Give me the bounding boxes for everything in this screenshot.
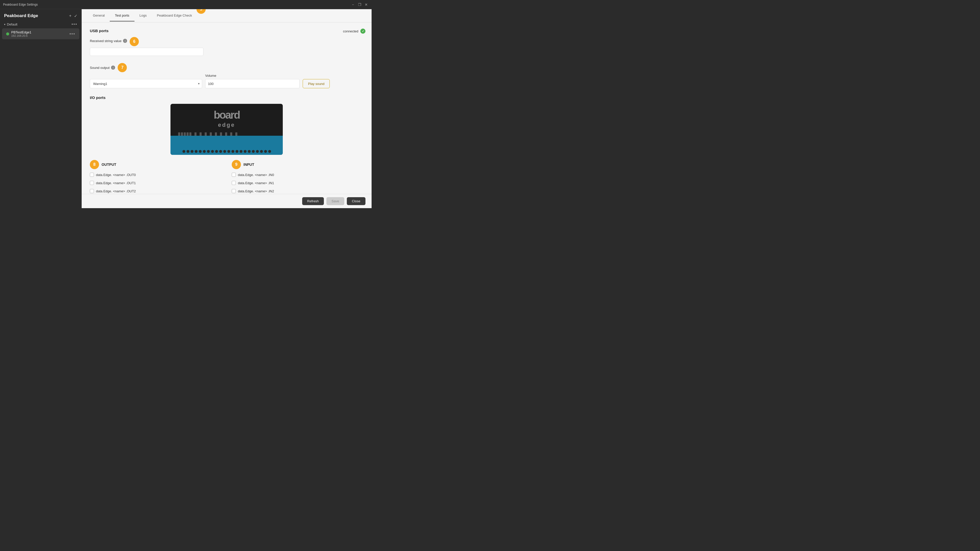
io-input-checkbox-1[interactable] [232, 181, 236, 185]
step-9-badge: 9 [232, 160, 241, 169]
sound-output-row: Warning1 Warning2 Alarm1 Alarm2 ▾ Volume [90, 74, 363, 88]
tabs-container: 5 General Test ports Logs Peakboard Edge… [82, 9, 372, 22]
sidebar-item-left: PBTestEdge1 192.168.20.6 [6, 30, 32, 37]
io-input-label-0: data.Edge. <name> .IN0 [238, 173, 274, 177]
device-menu-button[interactable]: ••• [69, 32, 75, 36]
close-button[interactable]: Close [347, 197, 366, 205]
window-controls: − ❐ ✕ [351, 2, 369, 7]
io-connector-dots [173, 150, 280, 153]
io-sub-text: edge [218, 122, 235, 128]
io-input-checkbox-2[interactable] [232, 189, 236, 193]
io-output-column: 8 OUTPUT data.Edge. <name> .OUT0 data.Ed… [90, 160, 221, 194]
step-7-badge: 7 [118, 63, 127, 72]
io-input-item-2: data.Edge. <name> .IN2 [232, 189, 363, 193]
received-string-input[interactable] [90, 48, 204, 56]
io-output-checkbox-0[interactable] [90, 173, 94, 177]
sound-output-info-icon[interactable]: i [111, 65, 115, 70]
connected-indicator [360, 29, 366, 34]
connection-status: connected [343, 29, 366, 34]
tab-logs[interactable]: Logs [135, 10, 152, 21]
io-output-item-0: data.Edge. <name> .OUT0 [90, 173, 221, 177]
main-layout: Peakboard Edge + ✓ ▾ Default ••• PBTestE… [0, 9, 372, 208]
step-6-badge: 6 [130, 37, 139, 46]
io-input-label-2: data.Edge. <name> .IN2 [238, 189, 274, 193]
restore-button[interactable]: ❐ [357, 2, 362, 7]
io-diagram: board edge [170, 104, 283, 155]
io-output-title: 8 OUTPUT [90, 160, 221, 169]
window-title: Peakboard Edge Settings [3, 3, 38, 6]
volume-label: Volume [205, 74, 300, 78]
io-input-title: 9 INPUT [232, 160, 363, 169]
play-sound-button[interactable]: Play sound [303, 79, 330, 88]
tab-peakboard-edge-check[interactable]: Peakboard Edge Check [152, 10, 197, 21]
content-area: 5 General Test ports Logs Peakboard Edge… [82, 9, 372, 208]
io-brand-text: board [213, 109, 240, 121]
sidebar-group-menu-button[interactable]: ••• [72, 22, 77, 27]
tab-general[interactable]: General [88, 10, 110, 21]
io-output-checkbox-1[interactable] [90, 181, 94, 185]
tabs-bar: General Test ports Logs Peakboard Edge C… [82, 9, 372, 22]
io-input-label-1: data.Edge. <name> .IN1 [238, 181, 274, 185]
io-ports-title: I/O ports [90, 95, 363, 100]
io-output-checkbox-2[interactable] [90, 189, 94, 193]
chevron-down-icon: ▾ [4, 23, 5, 26]
usb-ports-section: USB ports Received string value i 6 [90, 29, 363, 56]
received-row: Received string value i 6 [90, 37, 363, 46]
io-output-label-1: data.Edge. <name> .OUT1 [96, 181, 136, 185]
device-name: PBTestEdge1 [11, 30, 32, 34]
sidebar-title: Peakboard Edge [4, 13, 38, 18]
sidebar-item-info: PBTestEdge1 192.168.20.6 [11, 30, 32, 37]
sound-output-select[interactable]: Warning1 Warning2 Alarm1 Alarm2 [90, 79, 202, 88]
step5-badge-container: 5 [197, 9, 206, 14]
minimize-button[interactable]: − [351, 2, 355, 7]
close-window-button[interactable]: ✕ [364, 2, 369, 7]
sidebar-group-collapse[interactable]: ▾ Default [4, 22, 18, 26]
titlebar: Peakboard Edge Settings − ❐ ✕ [0, 0, 372, 9]
content-body: connected USB ports Received string valu… [82, 22, 372, 194]
bottom-bar: Refresh Save Close [82, 194, 372, 208]
io-output-item-1: data.Edge. <name> .OUT1 [90, 181, 221, 185]
io-ports-section: I/O ports board edge [90, 95, 363, 194]
io-input-checkbox-0[interactable] [232, 173, 236, 177]
sidebar-header-icons: + ✓ [69, 14, 77, 18]
io-input-item-1: data.Edge. <name> .IN1 [232, 181, 363, 185]
io-output-label-2: data.Edge. <name> .OUT2 [96, 189, 136, 193]
sidebar-header: Peakboard Edge + ✓ [0, 9, 81, 21]
tab-test-ports[interactable]: Test ports [110, 10, 134, 21]
io-input-column: 9 INPUT data.Edge. <name> .IN0 data.Edge… [232, 160, 363, 194]
io-output-label-0: data.Edge. <name> .OUT0 [96, 173, 136, 177]
sound-select-field: Warning1 Warning2 Alarm1 Alarm2 ▾ [90, 79, 202, 88]
volume-field: Volume [205, 74, 300, 88]
io-connector-bar [170, 136, 283, 155]
received-label: Received string value i [90, 39, 127, 43]
usb-ports-title: USB ports [90, 29, 363, 33]
sound-select-wrap: Warning1 Warning2 Alarm1 Alarm2 ▾ [90, 79, 202, 88]
received-info-icon[interactable]: i [123, 39, 127, 43]
io-columns: 8 OUTPUT data.Edge. <name> .OUT0 data.Ed… [90, 160, 363, 194]
connected-label: connected [343, 29, 358, 33]
io-diagram-container: board edge [90, 104, 363, 155]
sound-output-header: Sound output i 7 [90, 63, 363, 72]
sidebar-item-device[interactable]: PBTestEdge1 192.168.20.6 ••• [2, 28, 80, 39]
step-5-badge: 5 [197, 9, 206, 14]
sidebar-group-label: Default [7, 22, 18, 26]
io-output-item-2: data.Edge. <name> .OUT2 [90, 189, 221, 193]
sound-output-section: Sound output i 7 Warning1 Warning2 Alarm… [90, 63, 363, 88]
volume-input[interactable] [205, 79, 300, 88]
sound-output-label: Sound output i [90, 65, 115, 70]
check-devices-button[interactable]: ✓ [74, 14, 77, 18]
refresh-button[interactable]: Refresh [302, 197, 324, 205]
add-device-button[interactable]: + [69, 14, 72, 18]
step-8-badge: 8 [90, 160, 99, 169]
device-status-indicator [6, 32, 9, 35]
device-ip: 192.168.20.6 [11, 34, 32, 37]
sidebar-group-header: ▾ Default ••• [0, 21, 81, 28]
sidebar: Peakboard Edge + ✓ ▾ Default ••• PBTestE… [0, 9, 82, 208]
io-input-item-0: data.Edge. <name> .IN0 [232, 173, 363, 177]
save-button[interactable]: Save [326, 197, 344, 205]
